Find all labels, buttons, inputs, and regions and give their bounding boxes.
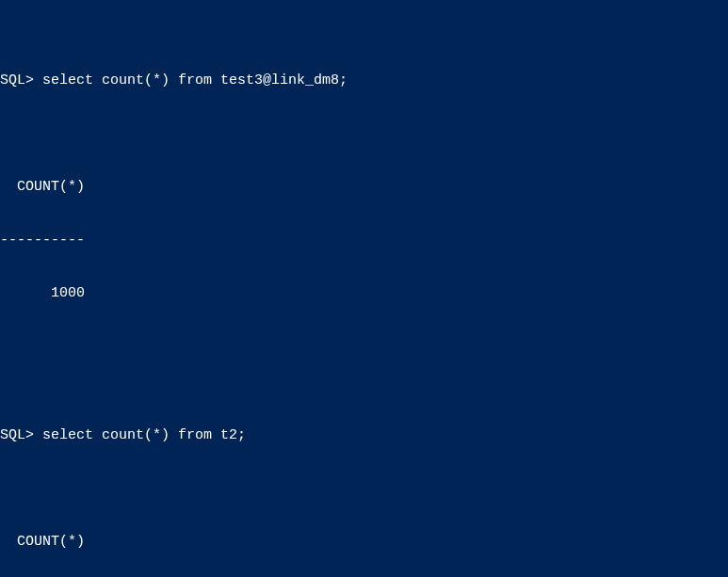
- column-header: COUNT(*): [0, 534, 728, 552]
- result-value: 1000: [0, 285, 728, 303]
- command-text: select count(*) from test3@link_dm8;: [34, 72, 348, 88]
- column-dash: ----------: [0, 232, 728, 250]
- terminal-output: SQL> select count(*) from test3@link_dm8…: [0, 0, 728, 577]
- sql-prompt: SQL>: [0, 427, 34, 443]
- command-text: select count(*) from t2;: [34, 427, 246, 443]
- blank-line: [0, 480, 728, 498]
- column-header: COUNT(*): [0, 179, 728, 197]
- blank-line: [0, 126, 728, 144]
- prompt-line: SQL> select count(*) from t2;: [0, 427, 728, 445]
- blank-line: [0, 339, 728, 357]
- prompt-line: SQL> select count(*) from test3@link_dm8…: [0, 72, 728, 90]
- sql-prompt: SQL>: [0, 72, 34, 88]
